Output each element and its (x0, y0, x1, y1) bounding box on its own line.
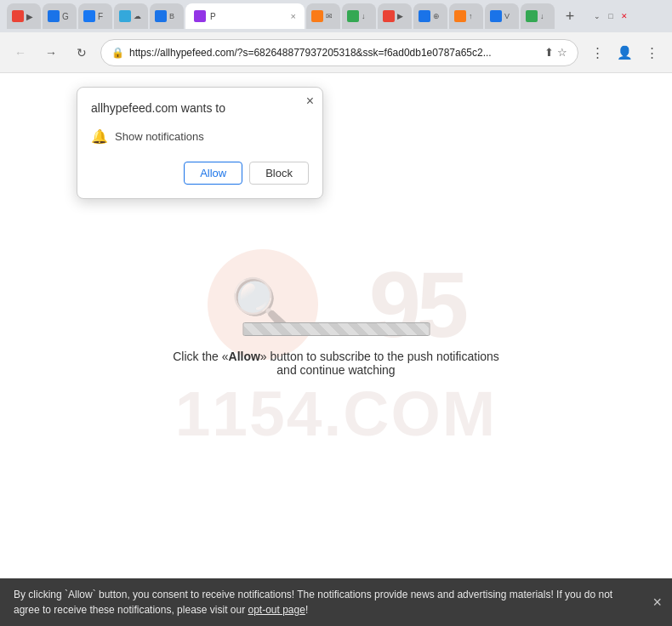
tab-label: ▶ (26, 12, 36, 21)
popup-close-button[interactable]: × (306, 94, 314, 108)
opt-out-link[interactable]: opt-out page (248, 604, 305, 616)
tab-label: G (62, 12, 71, 21)
new-tab-button[interactable]: + (558, 4, 582, 28)
bookmark-icon[interactable]: ☆ (557, 46, 567, 59)
bottom-bar-close-button[interactable]: × (652, 595, 662, 610)
extensions-button[interactable]: ⋮ (585, 41, 609, 65)
bottom-bar-text-before: By clicking `Allow` button, you consent … (14, 589, 612, 616)
profile-button[interactable]: 👤 (612, 41, 636, 65)
tab-label: ↑ (469, 12, 473, 20)
popup-title: allhypefeed.com wants to (91, 101, 309, 115)
tab-plus1[interactable]: ⊕ (413, 3, 447, 29)
popup-buttons: Allow Block (91, 162, 309, 185)
tab-active[interactable]: P × (185, 3, 305, 29)
minimize-button[interactable]: ⌄ (592, 11, 602, 21)
tab-favicon (155, 10, 167, 22)
restore-button[interactable]: □ (606, 11, 616, 21)
page-instruction: Click the «Allow» button to subscribe to… (168, 350, 504, 377)
bottom-notification-bar: By clicking `Allow` button, you consent … (0, 578, 672, 626)
progress-area: Click the «Allow» button to subscribe to… (168, 322, 504, 377)
tab-down2[interactable]: ↓ (521, 3, 555, 29)
tab-favicon (119, 10, 131, 22)
tab-favicon (311, 10, 323, 22)
tab-label: B (169, 12, 174, 20)
tab-yt[interactable]: ▶ (7, 3, 41, 29)
tab-label: V (504, 12, 510, 20)
instruction-text-before: Click the « (173, 350, 228, 363)
reload-button[interactable]: ↻ (70, 41, 94, 65)
tab-up2[interactable]: ↑ (449, 3, 483, 29)
bell-icon: 🔔 (91, 128, 108, 145)
tab-favicon (419, 10, 430, 22)
page-content: 🔍 95 1154.COM × allhypefeed.com wants to… (0, 73, 672, 626)
address-bar: ← → ↻ 🔒 https://allhypefeed.com/?s=68264… (0, 32, 672, 73)
watermark-bottom-text: 1154.COM (175, 377, 498, 450)
tab-favicon (194, 10, 206, 22)
popup-notification-row: 🔔 Show notifications (91, 125, 309, 148)
tab-play[interactable]: ▶ (378, 3, 412, 29)
tab-label: ↓ (540, 12, 544, 20)
tab-label: ↓ (362, 12, 366, 20)
notification-label: Show notifications (115, 130, 204, 143)
tab-mail[interactable]: ✉ (306, 3, 340, 29)
block-button[interactable]: Block (249, 162, 309, 185)
allow-button[interactable]: Allow (184, 162, 242, 185)
instruction-allow-text: Allow (229, 350, 260, 363)
browser-window: ▶ G F ☁ B P × (0, 0, 672, 626)
url-icons: ⬆ ☆ (544, 46, 567, 59)
back-button[interactable]: ← (9, 41, 32, 65)
close-window-button[interactable]: ✕ (619, 11, 629, 21)
tabs-row: ▶ G F ☁ B P × (7, 3, 555, 29)
instruction-text-after: » button to subscribe to the push notifi… (260, 350, 499, 377)
progress-bar (242, 322, 430, 336)
tab-favicon (48, 10, 60, 22)
tab-favicon (12, 10, 24, 22)
tab-favicon (83, 10, 95, 22)
menu-button[interactable]: ⋮ (640, 41, 663, 65)
tab-label: P (210, 12, 287, 21)
tab-favicon (383, 10, 395, 22)
bottom-bar-text-after: ! (305, 604, 308, 616)
tab-g[interactable]: G (43, 3, 77, 29)
tab-label: ✉ (326, 12, 333, 20)
tab-favicon (526, 10, 538, 22)
title-bar: ▶ G F ☁ B P × (0, 0, 672, 32)
tab-down1[interactable]: ↓ (342, 3, 376, 29)
tab-f[interactable]: F (78, 3, 112, 29)
share-icon[interactable]: ⬆ (544, 46, 554, 59)
window-controls: ⌄ □ ✕ (592, 11, 629, 21)
url-bar[interactable]: 🔒 https://allhypefeed.com/?s=68264887793… (100, 39, 578, 66)
url-text: https://allhypefeed.com/?s=6826488779372… (129, 47, 539, 59)
tab-favicon (347, 10, 359, 22)
tab-b[interactable]: B (150, 3, 184, 29)
notification-popup: × allhypefeed.com wants to 🔔 Show notifi… (77, 87, 323, 199)
tab-label: F (98, 12, 107, 21)
browser-menu-buttons: ⋮ 👤 ⋮ (585, 41, 663, 65)
tab-favicon (454, 10, 466, 22)
tab-label: ☁ (134, 12, 141, 20)
tab-close-button[interactable]: × (291, 11, 296, 21)
lock-icon: 🔒 (111, 47, 124, 59)
tab-cloud[interactable]: ☁ (114, 3, 148, 29)
tab-label: ▶ (397, 12, 403, 20)
tab-label: ⊕ (433, 12, 440, 20)
tab-favicon (490, 10, 502, 22)
forward-button[interactable]: → (39, 41, 63, 65)
tab-vtrc[interactable]: V (485, 3, 519, 29)
